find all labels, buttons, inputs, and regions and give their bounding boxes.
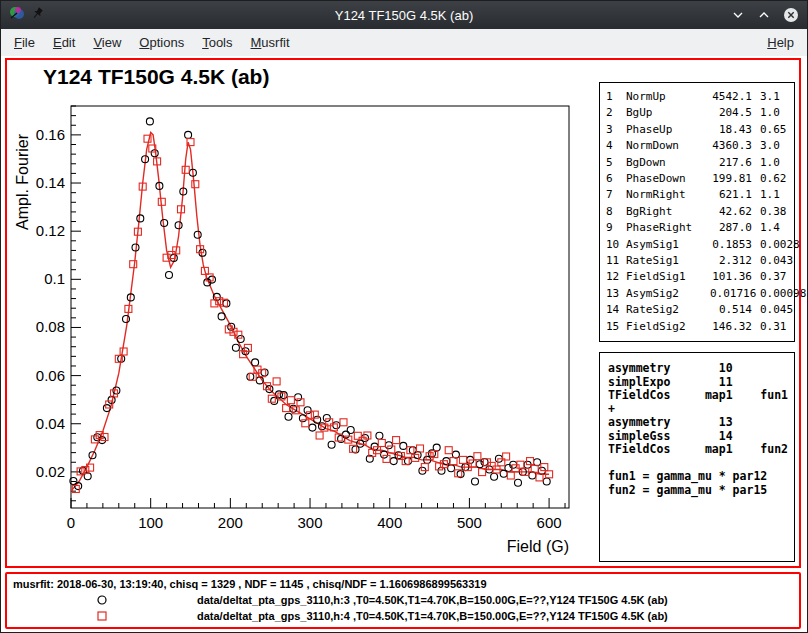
svg-text:0.16: 0.16 <box>36 126 65 143</box>
main-area: Y124 TF150G 4.5K (ab) 010020030040050060… <box>1 56 807 632</box>
menu-item-musrfit[interactable]: Musrfit <box>242 31 299 54</box>
param-row: 10AsymSig10.18530.0028 <box>606 237 792 253</box>
svg-text:0.08: 0.08 <box>36 318 65 335</box>
menu-item-view[interactable]: View <box>84 31 130 54</box>
y-axis-title: Ampl. Fourier <box>14 133 31 230</box>
x-axis-title: Field (G) <box>507 538 569 555</box>
theory-line: TFieldCos map1 fun1 <box>608 389 794 403</box>
theory-line: TFieldCos map1 fun2 <box>608 443 794 457</box>
menubar-right: Help <box>758 31 803 54</box>
param-row: 12FieldSig1101.360.37 <box>606 269 792 285</box>
theory-line: simpleGss 14 <box>608 430 794 444</box>
param-row: 1NormUp4542.13.1 <box>606 89 792 105</box>
menu-item-tools[interactable]: Tools <box>193 31 241 54</box>
param-row: 3PhaseUp18.430.65 <box>606 122 792 138</box>
svg-text:0.06: 0.06 <box>36 367 65 384</box>
param-row: 9PhaseRight287.01.4 <box>606 220 792 236</box>
legend-entry: data/deltat_pta_gps_3110,h:3 ,T0=4.50K,T… <box>7 592 799 608</box>
theory-line: fun2 = gamma_mu * par15 <box>608 484 794 498</box>
theory-line <box>608 457 794 471</box>
svg-text:0.14: 0.14 <box>36 174 65 191</box>
legend-entry: data/deltat_pta_gps_3110,h:4 ,T0=4.50K,T… <box>7 608 799 624</box>
param-row: 15FieldSig2146.320.31 <box>606 319 792 335</box>
fit-info: musrfit: 2018-06-30, 13:19:40, chisq = 1… <box>7 574 799 592</box>
theory-line: asymmetry 10 <box>608 362 794 376</box>
theory-line: + <box>608 403 794 417</box>
menu-item-edit[interactable]: Edit <box>44 31 84 54</box>
param-row: 5BgDown217.61.0 <box>606 155 792 171</box>
menu-item-help[interactable]: Help <box>758 31 803 54</box>
param-row: 8BgRight42.620.38 <box>606 204 792 220</box>
app-window: Y124 TF150G 4.5K (ab) FileEditViewOption… <box>0 0 808 633</box>
square-marker-icon <box>7 609 197 623</box>
menu-item-options[interactable]: Options <box>130 31 193 54</box>
param-row: 11RateSig12.3120.043 <box>606 253 792 269</box>
param-row: 7NormRight621.11.1 <box>606 187 792 203</box>
theory-line: fun1 = gamma_mu * par12 <box>608 470 794 484</box>
svg-text:400: 400 <box>377 514 402 531</box>
window-title: Y124 TF150G 4.5K (ab) <box>89 8 719 23</box>
legend-panel: musrfit: 2018-06-30, 13:19:40, chisq = 1… <box>5 572 801 629</box>
svg-text:300: 300 <box>298 514 323 531</box>
param-row: 13AsymSig20.017160.00098 <box>606 286 792 302</box>
param-row: 4NormDown4360.33.0 <box>606 138 792 154</box>
legend-entries: data/deltat_pta_gps_3110,h:3 ,T0=4.50K,T… <box>7 592 799 624</box>
circle-marker-icon <box>7 593 197 607</box>
parameter-box: 1NormUp4542.13.12BgUp204.51.03PhaseUp18.… <box>599 82 795 342</box>
maximize-button[interactable] <box>757 8 771 22</box>
app-icon <box>9 5 25 25</box>
param-row: 14RateSig20.5140.045 <box>606 302 792 318</box>
svg-text:0: 0 <box>67 514 75 531</box>
svg-text:0.12: 0.12 <box>36 222 65 239</box>
pin-icon <box>32 6 45 24</box>
svg-text:500: 500 <box>457 514 482 531</box>
fourier-plot[interactable]: 0100200300400500600Field (G)0.020.040.06… <box>13 98 593 560</box>
svg-text:100: 100 <box>138 514 163 531</box>
param-row: 2BgUp204.51.0 <box>606 105 792 121</box>
menubar-left: FileEditViewOptionsToolsMusrfit <box>5 31 299 54</box>
titlebar[interactable]: Y124 TF150G 4.5K (ab) <box>1 1 807 29</box>
theory-box: asymmetry 10simplExpo 11TFieldCos map1 f… <box>599 352 795 562</box>
close-button[interactable] <box>783 7 799 23</box>
plot-title: Y124 TF150G 4.5K (ab) <box>43 65 269 89</box>
svg-text:0.1: 0.1 <box>44 270 65 287</box>
legend-label: data/deltat_pta_gps_3110,h:4 ,T0=4.50K,T… <box>197 610 668 622</box>
root-canvas[interactable]: Y124 TF150G 4.5K (ab) 010020030040050060… <box>5 58 801 568</box>
svg-text:0.02: 0.02 <box>36 463 65 480</box>
svg-text:0.04: 0.04 <box>36 415 65 432</box>
svg-text:200: 200 <box>218 514 243 531</box>
param-row: 6PhaseDown199.810.62 <box>606 171 792 187</box>
menu-item-file[interactable]: File <box>5 31 44 54</box>
theory-line: simplExpo 11 <box>608 376 794 390</box>
legend-label: data/deltat_pta_gps_3110,h:3 ,T0=4.50K,T… <box>197 594 668 606</box>
svg-text:600: 600 <box>537 514 562 531</box>
menubar: FileEditViewOptionsToolsMusrfit Help <box>1 29 807 56</box>
minimize-button[interactable] <box>731 8 745 22</box>
theory-line: asymmetry 13 <box>608 416 794 430</box>
